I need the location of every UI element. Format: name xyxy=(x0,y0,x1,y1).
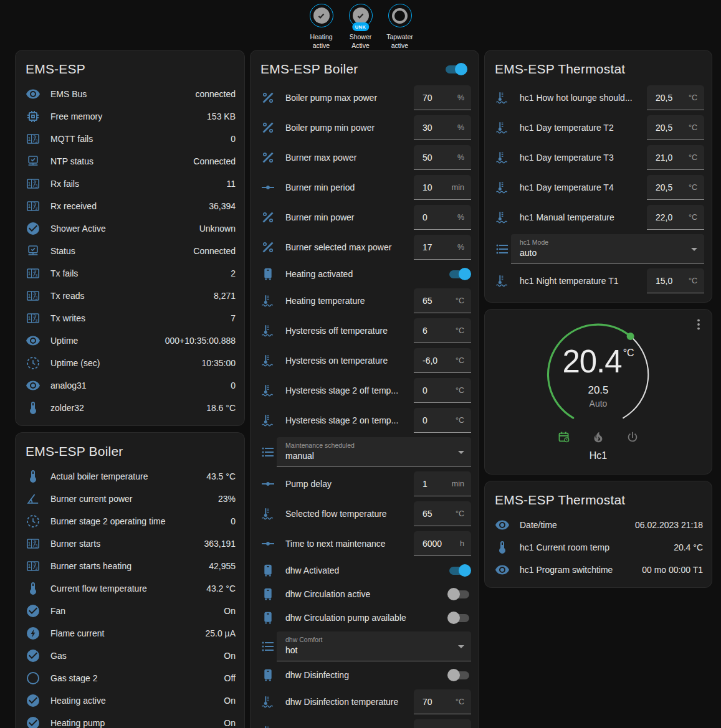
entity-row[interactable]: Gas stage 2Off xyxy=(16,667,244,689)
number-input[interactable]: 20,5°C xyxy=(647,115,704,140)
number-input[interactable]: 70% xyxy=(414,85,471,110)
number-entity-row[interactable]: hc1 Night temperature T115,0°C xyxy=(485,266,712,296)
number-input[interactable]: 20,5°C xyxy=(647,175,704,200)
select-input[interactable]: Maintenance scheduledmanual xyxy=(277,437,471,467)
switch-entity-row[interactable]: dhw Disinfecting xyxy=(251,663,479,687)
entity-row[interactable]: 123Burner starts heating42,955 xyxy=(16,555,244,577)
toggle-switch[interactable] xyxy=(447,268,471,280)
more-options-icon[interactable] xyxy=(691,317,706,332)
number-entity-row[interactable]: Pump delay1min xyxy=(251,469,479,499)
badge-tapwater[interactable]: Tapwateractive xyxy=(382,4,418,50)
number-input[interactable]: 50% xyxy=(414,145,471,170)
number-entity-row[interactable]: Hysteresis off temperature6°C xyxy=(251,316,479,346)
entity-row[interactable]: StatusConnected xyxy=(16,240,244,262)
number-entity-row[interactable]: hc1 How hot lounge should...20,5°C xyxy=(485,83,712,113)
select-entity-row[interactable]: hc1 Modeauto xyxy=(485,232,712,266)
number-input[interactable]: 6000h xyxy=(414,531,471,556)
entity-row[interactable]: Actual boiler temperature43.5 °C xyxy=(16,465,244,488)
badge-heating[interactable]: Heatingactive xyxy=(303,4,340,50)
entity-row[interactable]: NTP statusConnected xyxy=(16,150,244,173)
number-entity-row[interactable]: Burner max power50% xyxy=(251,143,479,173)
switch-entity-row[interactable]: dhw Circulation pump available xyxy=(251,606,479,630)
number-input[interactable]: 65°C xyxy=(414,288,471,313)
number-entity-row[interactable]: Hysteresis on temperature-6,0°C xyxy=(251,346,479,376)
number-input[interactable]: 70°C xyxy=(414,689,471,714)
dial-handle[interactable] xyxy=(627,333,634,340)
number-entity-row[interactable]: Burner min power0% xyxy=(251,202,479,232)
badge-shower[interactable]: UNKShowerActive xyxy=(343,4,379,50)
boiler-enable-toggle[interactable] xyxy=(444,63,467,75)
number-entity-row[interactable]: Burner min period10min xyxy=(251,173,479,202)
number-input[interactable]: 1min xyxy=(414,471,471,496)
select-input[interactable]: dhw Comforthot xyxy=(277,631,471,661)
entity-row[interactable]: 123Rx fails11 xyxy=(16,173,244,195)
entity-row[interactable]: Current flow temperature43.2 °C xyxy=(16,577,244,600)
number-entity-row[interactable]: Boiler pump max power70% xyxy=(251,83,479,113)
fire-icon[interactable] xyxy=(591,430,605,444)
number-input[interactable]: 40°C xyxy=(414,719,471,728)
select-entity-row[interactable]: Maintenance scheduledmanual xyxy=(251,435,479,469)
number-input[interactable]: 0% xyxy=(414,205,471,230)
entity-row[interactable]: Shower ActiveUnknown xyxy=(16,217,244,240)
number-input[interactable]: 21,0°C xyxy=(647,145,704,170)
entity-row[interactable]: analog310 xyxy=(16,374,244,397)
entity-row[interactable]: hc1 Program switchtime00 mo 00:00 T1 xyxy=(485,559,712,581)
number-input[interactable]: 0°C xyxy=(414,408,471,433)
number-input[interactable]: 20,5°C xyxy=(647,85,704,110)
entity-row[interactable]: Heating pumpOn xyxy=(16,712,244,728)
number-entity-row[interactable]: hc1 Manual temperature22,0°C xyxy=(485,202,712,232)
number-entity-row[interactable]: Hysteresis stage 2 on temp...0°C xyxy=(251,405,479,435)
switch-entity-row[interactable]: dhw Activated xyxy=(251,559,479,582)
entity-row[interactable]: 123Tx writes7 xyxy=(16,307,244,329)
number-input[interactable]: 65°C xyxy=(414,501,471,526)
number-entity-row[interactable]: Heating temperature65°C xyxy=(251,286,479,316)
number-entity-row[interactable]: hc1 Day temperature T321,0°C xyxy=(485,143,712,173)
number-input[interactable]: 30% xyxy=(414,115,471,140)
number-entity-row[interactable]: hc1 Day temperature T220,5°C xyxy=(485,113,712,143)
entity-row[interactable]: Free memory153 KB xyxy=(16,105,244,128)
select-input[interactable]: hc1 Modeauto xyxy=(511,234,704,264)
number-entity-row[interactable]: dhw Disinfection temperature70°C xyxy=(251,687,479,717)
number-input[interactable]: 0°C xyxy=(414,378,471,403)
entity-row[interactable]: EMS Busconnected xyxy=(16,83,244,105)
entity-row[interactable]: 123Burner starts363,191 xyxy=(16,532,244,555)
entity-row[interactable]: 123Rx received36,394 xyxy=(16,195,244,217)
number-entity-row[interactable]: Hysteresis stage 2 off temp...0°C xyxy=(251,376,479,405)
number-input[interactable]: -6,0°C xyxy=(414,348,471,373)
entity-row[interactable]: zolder3218.6 °C xyxy=(16,397,244,419)
entity-row[interactable]: Burner current power23% xyxy=(16,488,244,510)
entity-row[interactable]: Flame current25.0 µA xyxy=(16,622,244,645)
number-entity-row[interactable]: dhw Flow temperature offset40°C xyxy=(251,717,479,728)
entity-row[interactable]: 123MQTT fails0 xyxy=(16,128,244,150)
entity-row[interactable]: Uptime000+10:35:00.888 xyxy=(16,329,244,352)
number-input[interactable]: 15,0°C xyxy=(647,268,704,293)
toggle-switch[interactable] xyxy=(447,669,471,681)
switch-entity-row[interactable]: Heating activated xyxy=(251,262,479,286)
number-entity-row[interactable]: hc1 Day temperature T420,5°C xyxy=(485,173,712,202)
toggle-switch[interactable] xyxy=(447,612,471,624)
thermostat-dial[interactable]: 20.4°C 20.5 Auto xyxy=(539,321,657,429)
number-entity-row[interactable]: Burner selected max power17% xyxy=(251,232,479,262)
entity-row[interactable]: Date/time06.02.2023 21:18 xyxy=(485,514,712,536)
number-entity-row[interactable]: Selected flow temperature65°C xyxy=(251,499,479,529)
select-entity-row[interactable]: dhw Comforthot xyxy=(251,630,479,663)
entity-row[interactable]: Burner stage 2 operating time0 xyxy=(16,510,244,532)
entity-row[interactable]: 123Tx fails2 xyxy=(16,262,244,285)
toggle-switch[interactable] xyxy=(447,564,471,577)
number-input[interactable]: 22,0°C xyxy=(647,205,704,230)
entity-row[interactable]: Uptime (sec)10:35:00 xyxy=(16,352,244,374)
entity-row[interactable]: FanOn xyxy=(16,600,244,622)
toggle-switch[interactable] xyxy=(447,588,471,600)
entity-row[interactable]: 123Tx reads8,271 xyxy=(16,285,244,307)
entity-row[interactable]: Heating activeOn xyxy=(16,689,244,712)
entity-row[interactable]: hc1 Current room temp20.4 °C xyxy=(485,536,712,559)
number-entity-row[interactable]: Time to next maintenance6000h xyxy=(251,529,479,559)
number-entity-row[interactable]: Boiler pump min power30% xyxy=(251,113,479,143)
calendar-clock-icon[interactable] xyxy=(557,430,571,444)
power-icon[interactable] xyxy=(626,430,639,444)
number-input[interactable]: 6°C xyxy=(414,318,471,343)
number-input[interactable]: 17% xyxy=(414,235,471,260)
entity-row[interactable]: GasOn xyxy=(16,645,244,667)
number-input[interactable]: 10min xyxy=(414,175,471,200)
switch-entity-row[interactable]: dhw Circulation active xyxy=(251,582,479,606)
